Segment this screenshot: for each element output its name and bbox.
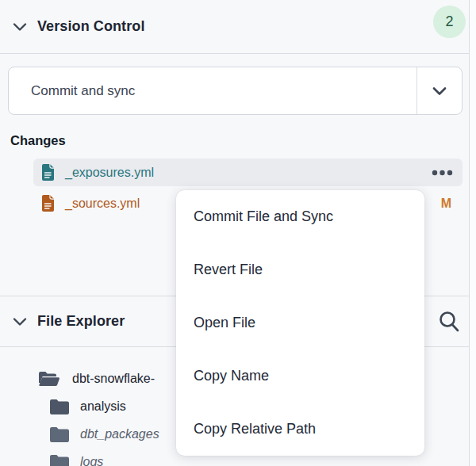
changes-label: Changes [10,133,66,148]
menu-item-copy-relative-path[interactable]: Copy Relative Path [176,403,424,456]
modified-status-badge: M [441,197,451,211]
tree-item-name: analysis [80,399,126,414]
search-icon[interactable] [436,309,462,334]
menu-item-revert-file[interactable]: Revert File [176,243,424,296]
tree-item-project-root[interactable]: dbt-snowflake- [38,367,155,391]
commit-dropdown-chevron[interactable] [416,67,462,114]
tree-item-name: dbt_packages [80,427,159,441]
menu-item-open-file[interactable]: Open File [176,296,424,350]
changed-file-row-exposures[interactable]: _exposures.yml [33,159,463,186]
version-control-header: Version Control [0,0,470,53]
folder-icon [50,399,69,414]
chevron-down-icon[interactable] [10,312,29,331]
changed-file-name: _sources.yml [65,197,140,211]
panel-edge [469,0,476,466]
folder-icon [50,455,69,466]
menu-item-commit-file-and-sync[interactable]: Commit File and Sync [176,190,424,243]
tree-item-dbt-packages[interactable]: dbt_packages [50,422,159,446]
menu-item-copy-name[interactable]: Copy Name [176,350,424,403]
file-explorer-title: File Explorer [37,313,125,330]
divider [0,53,470,54]
yml-file-icon [41,195,55,212]
folder-open-icon [38,371,61,387]
version-control-panel: Version Control 2 Commit and sync Change… [0,0,476,466]
folder-icon [50,427,69,442]
chevron-down-icon[interactable] [10,17,29,36]
file-actions-menu-button[interactable] [428,166,456,179]
yml-file-icon [41,164,55,181]
ellipsis-icon [432,170,453,176]
tree-item-name: dbt-snowflake- [72,372,155,386]
version-control-title: Version Control [37,18,145,35]
commit-dropdown-label: Commit and sync [31,83,416,99]
changes-count-badge: 2 [433,6,466,38]
commit-and-sync-dropdown[interactable]: Commit and sync [8,67,463,115]
chevron-down-icon [430,82,449,101]
tree-item-logs[interactable]: logs [50,450,103,466]
file-context-menu: Commit File and Sync Revert File Open Fi… [176,190,424,456]
tree-item-name: logs [80,455,103,466]
changed-file-name: _exposures.yml [65,166,154,180]
tree-item-analysis[interactable]: analysis [50,395,126,418]
